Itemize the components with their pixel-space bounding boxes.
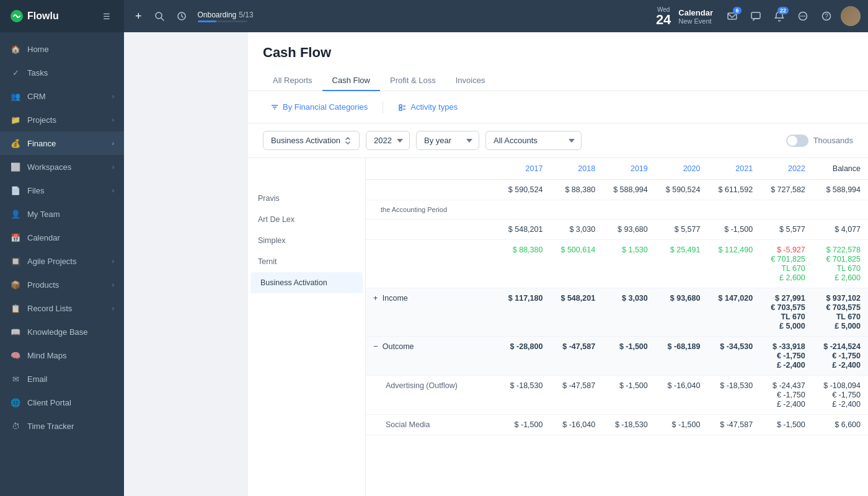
add-button[interactable]: +: [131, 6, 146, 27]
account-item-simplex[interactable]: Simplex: [248, 230, 365, 251]
cell-2017: $ 590,524: [498, 180, 551, 200]
sidebar-item-client-portal[interactable]: 🌐 Client Portal: [0, 391, 124, 414]
chat-button[interactable]: [794, 7, 812, 25]
accounts-select[interactable]: All AccountsPravisArt De LexSimplexTerni…: [485, 131, 582, 150]
sidebar-item-label-record-lists: Record Lists: [27, 304, 106, 313]
svg-point-7: [800, 16, 802, 17]
activity-types-button[interactable]: Activity types: [391, 99, 465, 115]
sidebar-item-label-projects: Projects: [27, 115, 106, 125]
cell-2019: $ 93,680: [603, 219, 655, 240]
advertising-label: Advertising (Outflow): [366, 376, 498, 415]
sidebar-item-label-calendar: Calendar: [27, 233, 114, 242]
toggle-knob: [787, 136, 797, 146]
tab-cash-flow[interactable]: Cash Flow: [322, 71, 380, 91]
year-select[interactable]: 202220212020201920182017: [366, 131, 410, 150]
sidebar-item-finance[interactable]: 💰 Finance ›: [0, 131, 124, 155]
chevron-icon-record-lists: ›: [112, 305, 114, 312]
sidebar-item-agile[interactable]: 🔲 Agile Projects ›: [0, 249, 124, 273]
advertising-2022: $ -24,437 € -1,750 £ -2,400: [760, 376, 813, 415]
tab-all-reports[interactable]: All Reports: [263, 71, 322, 91]
col-header-2022[interactable]: 2022: [760, 158, 813, 180]
sidebar-item-label-workspaces: Workspaces: [27, 162, 106, 172]
business-activation-button[interactable]: Business Activation: [263, 131, 360, 150]
comments-button[interactable]: [746, 7, 765, 25]
outcome-label[interactable]: − Outcome: [366, 337, 498, 376]
account-item-artdelex[interactable]: Art De Lex: [248, 209, 365, 230]
social-media-balance: $ 6,600: [813, 415, 868, 435]
sidebar-item-calendar[interactable]: 📅 Calendar: [0, 226, 124, 249]
outcome-2017: $ -28,800: [498, 337, 551, 376]
quick-add-button[interactable]: [173, 7, 190, 25]
tab-invoices[interactable]: Invoices: [446, 71, 495, 91]
col-header-2021[interactable]: 2021: [707, 158, 760, 180]
notifications-button[interactable]: 22: [770, 7, 789, 25]
sidebar-item-label-agile: Agile Projects: [27, 257, 106, 266]
sidebar-item-email[interactable]: ✉ Email: [0, 367, 124, 391]
user-avatar[interactable]: [841, 6, 861, 26]
sidebar-item-label-knowledge: Knowledge Base: [27, 327, 114, 337]
col-header-2019[interactable]: 2019: [603, 158, 655, 180]
sidebar-item-label-finance: Finance: [27, 139, 106, 148]
sidebar-item-tasks[interactable]: ✓ Tasks: [0, 61, 124, 84]
cell-2017: $ 88,380: [498, 240, 551, 288]
sidebar-item-products[interactable]: 📦 Products ›: [0, 273, 124, 296]
chevron-icon-workspaces: ›: [112, 164, 114, 170]
content-header: Cash Flow All Reports Cash Flow Profit &…: [248, 32, 868, 91]
my-team-icon: 👤: [10, 208, 21, 219]
cell-2018: $ 3,030: [550, 219, 603, 240]
sidebar-item-label-home: Home: [27, 45, 114, 54]
sidebar-nav: 🏠 Home ✓ Tasks 👥 CRM › 📁 Projects › 💰 Fi…: [0, 32, 124, 496]
onboarding-label: Onboarding 5/13: [198, 11, 254, 19]
sidebar-item-knowledge[interactable]: 📖 Knowledge Base: [0, 320, 124, 343]
sidebar-item-projects[interactable]: 📁 Projects ›: [0, 108, 124, 131]
cell-2018: $ 88,380: [550, 180, 603, 200]
income-label[interactable]: + Income: [366, 288, 498, 337]
col-header-2017[interactable]: 2017: [498, 158, 551, 180]
sidebar-item-files[interactable]: 📄 Files ›: [0, 179, 124, 202]
sidebar-item-home[interactable]: 🏠 Home: [0, 37, 124, 61]
sidebar-item-workspaces[interactable]: ⬜ Workspaces ›: [0, 155, 124, 179]
date-block: Wed 24: [656, 6, 671, 27]
income-2017: $ 117,180: [498, 288, 551, 337]
table-row: $ 548,201 $ 3,030 $ 93,680 $ 5,577 $ -1,…: [366, 219, 868, 240]
col-header-2018[interactable]: 2018: [550, 158, 603, 180]
sidebar-item-time-tracker[interactable]: ⏱ Time Tracker: [0, 414, 124, 438]
cell-2021: $ 112,490: [707, 240, 760, 288]
account-item-ternit[interactable]: Ternit: [248, 251, 365, 272]
tasks-icon: ✓: [10, 67, 21, 78]
message-icon: [797, 11, 808, 22]
by-financial-categories-button[interactable]: By Financial Categories: [263, 99, 375, 115]
products-icon: 📦: [10, 279, 21, 290]
advertising-2021: $ -18,530: [707, 376, 760, 415]
agile-icon: 🔲: [10, 255, 21, 267]
chevron-icon-products: ›: [112, 281, 114, 288]
calendar-icon: 📅: [10, 232, 21, 243]
income-section-row: + Income $ 117,180 $ 548,201 $ 3,030 $ 9…: [366, 288, 868, 337]
account-item-business-activation[interactable]: Business Activation: [250, 272, 363, 293]
sidebar-item-crm[interactable]: 👥 CRM ›: [0, 84, 124, 108]
cell-2021: $ -1,500: [707, 219, 760, 240]
search-button[interactable]: [151, 7, 168, 25]
table-with-sidebar: Pravis Art De Lex Simplex Ternit Busines…: [248, 158, 868, 496]
calendar-block[interactable]: Calendar New Event: [678, 8, 713, 25]
tab-profit-loss[interactable]: Profit & Loss: [380, 71, 446, 91]
finance-icon: 💰: [10, 138, 21, 149]
thousands-switch[interactable]: [786, 135, 808, 147]
sidebar-item-my-team[interactable]: 👤 My Team: [0, 202, 124, 226]
period-select[interactable]: By yearBy quarterBy month: [416, 131, 479, 150]
sidebar-item-mind-maps[interactable]: 🧠 Mind Maps: [0, 343, 124, 367]
account-item-pravis[interactable]: Pravis: [248, 188, 365, 209]
col-header-2020[interactable]: 2020: [655, 158, 708, 180]
svg-rect-17: [399, 108, 402, 110]
topbar-left: + Onboarding 5/13: [131, 6, 651, 27]
sidebar-item-record-lists[interactable]: 📋 Record Lists ›: [0, 296, 124, 320]
topbar-right: Wed 24 Calendar New Event 6 22 ?: [656, 6, 861, 27]
filter-icon: [270, 103, 279, 112]
cell-balance: $ 4,077: [813, 219, 868, 240]
help-button[interactable]: ?: [817, 7, 836, 25]
logo[interactable]: Flowlu: [10, 9, 59, 23]
email-button[interactable]: 6: [723, 7, 742, 25]
svg-rect-15: [399, 105, 402, 107]
onboarding-block[interactable]: Onboarding 5/13: [198, 11, 254, 22]
sidebar-collapse-button[interactable]: ☰: [99, 8, 114, 25]
